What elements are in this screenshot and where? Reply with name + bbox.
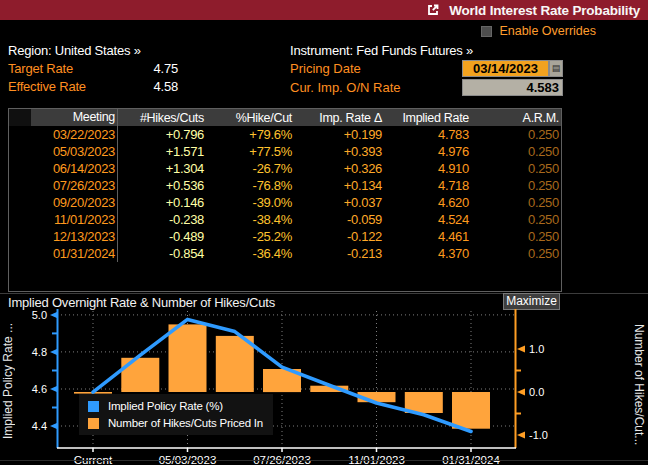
- instrument-panel: Instrument: Fed Funds Futures » Pricing …: [290, 43, 563, 98]
- instrument-link[interactable]: Instrument: Fed Funds Futures »: [290, 43, 563, 60]
- cell-meeting: 12/13/2023: [9, 228, 118, 245]
- cell-imp-rate-delta: -0.213: [294, 246, 384, 261]
- cur-imp-label: Cur. Imp. O/N Rate: [290, 80, 401, 95]
- cell-meeting: 07/26/2023: [9, 177, 118, 194]
- cell-imp-rate-delta: -0.122: [294, 229, 384, 244]
- cell-pct-hike-cut: -38.4%: [206, 212, 294, 227]
- cell-imp-rate-delta: +0.393: [294, 144, 384, 159]
- legend-item-bar: Number of Hikes/Cuts Priced In: [88, 417, 263, 429]
- region-panel: Region: United States » Target Rate 4.75…: [8, 43, 178, 97]
- svg-text:5.0: 5.0: [32, 309, 47, 321]
- header-implied-rate[interactable]: Implied Rate: [384, 111, 471, 125]
- table-row[interactable]: 01/31/2024 -0.854 -36.4% -0.213 4.370 0.…: [9, 245, 561, 262]
- cell-hikes-cuts: +0.796: [118, 127, 206, 142]
- cell-imp-rate-delta: -0.059: [294, 212, 384, 227]
- cell-hikes-cuts: -0.854: [118, 246, 206, 261]
- cur-imp-row: Cur. Imp. O/N Rate: [290, 79, 563, 98]
- cell-arm: 0.250: [471, 144, 561, 159]
- table-row[interactable]: 06/14/2023 +1.304 -26.7% +0.326 4.910 0.…: [9, 160, 561, 177]
- svg-text:4.6: 4.6: [32, 383, 47, 395]
- cell-pct-hike-cut: -76.8%: [206, 178, 294, 193]
- header-hikes-cuts[interactable]: #Hikes/Cuts: [118, 111, 206, 125]
- meeting-table-body: 03/22/2023 +0.796 +79.6% +0.199 4.783 0.…: [9, 126, 561, 262]
- table-row[interactable]: 03/22/2023 +0.796 +79.6% +0.199 4.783 0.…: [9, 126, 561, 143]
- overrides-checkbox[interactable]: [481, 26, 492, 37]
- cell-meeting: 03/22/2023: [9, 126, 118, 143]
- cell-implied-rate: 4.461: [384, 229, 471, 244]
- chart-legend: Implied Policy Rate (%) Number of Hikes/…: [79, 394, 273, 435]
- window-bottom-edge: [0, 460, 648, 461]
- cell-meeting: 01/31/2024: [9, 245, 118, 262]
- header-meeting[interactable]: Meeting: [31, 109, 118, 126]
- legend-bar-label: Number of Hikes/Cuts Priced In: [108, 417, 263, 429]
- cell-hikes-cuts: +0.536: [118, 178, 206, 193]
- cell-arm: 0.250: [471, 178, 561, 193]
- table-row[interactable]: 12/13/2023 -0.489 -25.2% -0.122 4.461 0.…: [9, 228, 561, 245]
- export-icon[interactable]: [426, 3, 440, 17]
- effective-rate-value: 4.58: [153, 79, 178, 97]
- legend-line-label: Implied Policy Rate (%): [108, 400, 223, 412]
- cell-implied-rate: 4.524: [384, 212, 471, 227]
- cell-hikes-cuts: +1.571: [118, 144, 206, 159]
- cell-arm: 0.250: [471, 229, 561, 244]
- region-link[interactable]: Region: United States »: [8, 43, 178, 61]
- target-rate-label: Target Rate: [8, 61, 73, 79]
- header-arm[interactable]: A.R.M.: [471, 111, 561, 125]
- cell-meeting: 05/03/2023: [9, 143, 118, 160]
- pricing-date-row: Pricing Date ▤: [290, 60, 563, 79]
- cell-arm: 0.250: [471, 127, 561, 142]
- effective-rate-label: Effective Rate: [8, 79, 86, 97]
- cell-pct-hike-cut: +77.5%: [206, 144, 294, 159]
- wirp-screen: World Interest Rate Probability Enable O…: [0, 0, 648, 465]
- pricing-date-label: Pricing Date: [290, 61, 361, 76]
- table-row[interactable]: 11/01/2023 -0.238 -38.4% -0.059 4.524 0.…: [9, 211, 561, 228]
- cell-imp-rate-delta: +0.326: [294, 161, 384, 176]
- enable-overrides-toggle[interactable]: Enable Overrides: [481, 24, 596, 38]
- cell-pct-hike-cut: -25.2%: [206, 229, 294, 244]
- table-row[interactable]: 05/03/2023 +1.571 +77.5% +0.393 4.976 0.…: [9, 143, 561, 160]
- target-rate-value: 4.75: [153, 61, 178, 79]
- rates-chart: 5.04.84.64.41.00.0-1.0Current05/03/20230…: [0, 308, 648, 465]
- header-imp-rate-delta[interactable]: Imp. Rate Δ: [294, 111, 384, 125]
- table-header-row: Meeting #Hikes/Cuts %Hike/Cut Imp. Rate …: [9, 109, 561, 126]
- svg-text:-1.0: -1.0: [529, 429, 548, 441]
- cell-implied-rate: 4.910: [384, 161, 471, 176]
- line-series-swatch: [88, 401, 99, 412]
- effective-rate-row: Effective Rate 4.58: [8, 79, 178, 97]
- cell-implied-rate: 4.718: [384, 178, 471, 193]
- cell-implied-rate: 4.783: [384, 127, 471, 142]
- svg-text:4.4: 4.4: [32, 420, 47, 432]
- table-row[interactable]: 07/26/2023 +0.536 -76.8% +0.134 4.718 0.…: [9, 177, 561, 194]
- cell-hikes-cuts: +1.304: [118, 161, 206, 176]
- cell-arm: 0.250: [471, 246, 561, 261]
- cell-meeting: 06/14/2023: [9, 160, 118, 177]
- overrides-label: Enable Overrides: [499, 24, 596, 38]
- cell-arm: 0.250: [471, 161, 561, 176]
- target-rate-row: Target Rate 4.75: [8, 61, 178, 79]
- page-title: World Interest Rate Probability: [449, 3, 640, 18]
- cur-imp-rate-input[interactable]: [462, 79, 563, 96]
- table-corner-cell: [9, 109, 31, 126]
- meetings-table: Meeting #Hikes/Cuts %Hike/Cut Imp. Rate …: [8, 108, 562, 292]
- cell-implied-rate: 4.976: [384, 144, 471, 159]
- calendar-icon[interactable]: ▤: [549, 60, 563, 77]
- cell-implied-rate: 4.370: [384, 246, 471, 261]
- cell-arm: 0.250: [471, 195, 561, 210]
- cell-imp-rate-delta: +0.199: [294, 127, 384, 142]
- header-pct-hike-cut[interactable]: %Hike/Cut: [206, 111, 294, 125]
- svg-text:0.0: 0.0: [529, 386, 544, 398]
- cell-pct-hike-cut: -36.4%: [206, 246, 294, 261]
- cell-meeting: 11/01/2023: [9, 211, 118, 228]
- cell-pct-hike-cut: -26.7%: [206, 161, 294, 176]
- cell-pct-hike-cut: +79.6%: [206, 127, 294, 142]
- svg-text:1.0: 1.0: [529, 343, 544, 355]
- cell-imp-rate-delta: +0.134: [294, 178, 384, 193]
- cell-hikes-cuts: -0.489: [118, 229, 206, 244]
- titlebar: World Interest Rate Probability: [0, 0, 648, 20]
- svg-text:4.8: 4.8: [32, 346, 47, 358]
- table-row[interactable]: 09/20/2023 +0.146 -39.0% +0.037 4.620 0.…: [9, 194, 561, 211]
- cell-hikes-cuts: -0.238: [118, 212, 206, 227]
- pricing-date-input[interactable]: [462, 60, 549, 77]
- cell-imp-rate-delta: +0.037: [294, 195, 384, 210]
- cell-pct-hike-cut: -39.0%: [206, 195, 294, 210]
